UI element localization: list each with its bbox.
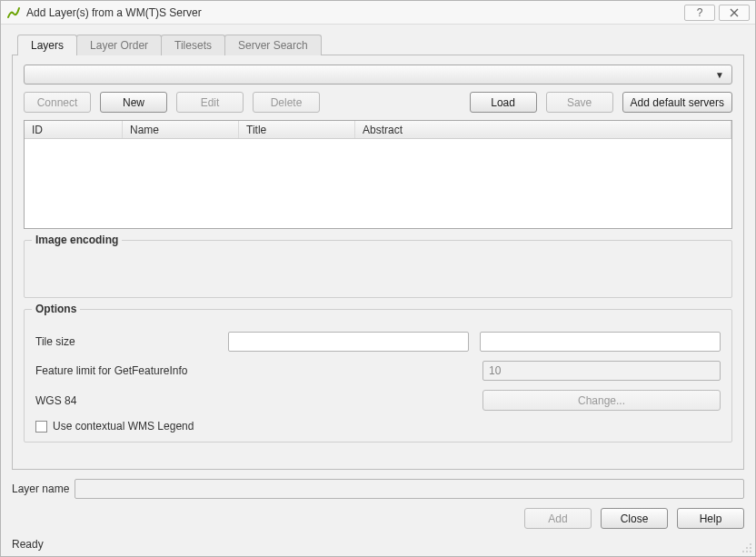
column-header-abstract[interactable]: Abstract (355, 121, 731, 138)
button-label: Connect (37, 96, 78, 109)
svg-point-3 (742, 551, 744, 552)
group-options: Options Tile size Feature limit for GetF… (24, 309, 732, 443)
feature-limit-label: Feature limit for GetFeatureInfo (35, 364, 472, 377)
add-default-servers-button[interactable]: Add default servers (622, 92, 732, 113)
column-label: ID (32, 124, 43, 136)
add-button[interactable]: Add (524, 508, 592, 529)
contextual-legend-label: Use contextual WMS Legend (53, 420, 194, 433)
layer-name-row: Layer name (12, 479, 744, 499)
group-legend: Options (32, 303, 80, 315)
new-button[interactable]: New (100, 92, 167, 113)
tab-label: Layer Order (90, 39, 148, 52)
delete-button[interactable]: Delete (253, 92, 320, 113)
button-label: Edit (201, 96, 220, 109)
help-button[interactable]: Help (677, 508, 744, 529)
option-row-feature-limit: Feature limit for GetFeatureInfo (35, 361, 721, 381)
dialog-button-row: Add Close Help (12, 508, 744, 529)
tile-size-input-2[interactable] (480, 332, 721, 352)
dialog-window: Add Layer(s) from a WM(T)S Server ? Laye… (0, 0, 756, 557)
column-label: Name (130, 124, 159, 136)
button-label: Change... (578, 394, 625, 407)
option-row-tile-size: Tile size (35, 332, 721, 352)
button-label: Load (491, 96, 515, 109)
status-text: Ready (12, 538, 744, 551)
tab-bar: Layers Layer Order Tilesets Server Searc… (17, 34, 744, 55)
chevron-down-icon: ▼ (715, 70, 724, 80)
connect-button[interactable]: Connect (24, 92, 91, 113)
resize-grip-icon[interactable] (741, 542, 752, 553)
edit-button[interactable]: Edit (176, 92, 244, 113)
svg-point-5 (750, 551, 751, 552)
connection-button-row: Connect New Edit Delete Load Save Add de… (24, 92, 732, 113)
feature-limit-input[interactable] (482, 361, 721, 381)
button-label: Close (621, 512, 649, 525)
layers-list[interactable]: ID Name Title Abstract (24, 120, 732, 229)
save-button[interactable]: Save (546, 92, 613, 113)
tab-label: Tilesets (174, 39, 212, 52)
button-label: Delete (271, 96, 303, 109)
list-header: ID Name Title Abstract (25, 121, 731, 139)
crs-label: WGS 84 (35, 394, 472, 407)
tab-server-search[interactable]: Server Search (224, 35, 322, 55)
svg-point-1 (746, 547, 748, 549)
layer-name-label: Layer name (12, 482, 69, 495)
button-label: New (123, 96, 144, 109)
app-icon (6, 5, 21, 20)
column-header-name[interactable]: Name (123, 121, 239, 138)
tab-layer-order[interactable]: Layer Order (76, 35, 162, 55)
tab-tilesets[interactable]: Tilesets (161, 35, 225, 55)
load-button[interactable]: Load (470, 92, 537, 113)
group-image-encoding: Image encoding (24, 240, 732, 298)
tab-layers[interactable]: Layers (17, 35, 77, 55)
server-dropdown[interactable]: ▼ (24, 65, 732, 85)
dialog-content: Layers Layer Order Tilesets Server Searc… (1, 25, 755, 556)
svg-point-0 (750, 543, 751, 545)
button-label: Add default servers (631, 96, 724, 109)
layer-name-input[interactable] (75, 479, 744, 499)
close-button[interactable]: Close (601, 508, 668, 529)
column-label: Abstract (363, 124, 403, 136)
tab-label: Layers (31, 39, 64, 52)
titlebar: Add Layer(s) from a WM(T)S Server ? (1, 1, 755, 25)
button-label: Save (567, 96, 592, 109)
column-header-title[interactable]: Title (239, 121, 355, 138)
list-body (25, 139, 731, 228)
button-label: Add (548, 512, 567, 525)
svg-point-2 (750, 547, 751, 549)
window-title: Add Layer(s) from a WM(T)S Server (26, 6, 681, 19)
help-titlebar-button[interactable]: ? (684, 5, 715, 21)
column-label: Title (246, 124, 266, 136)
tile-size-label: Tile size (35, 335, 217, 348)
option-row-contextual-legend: Use contextual WMS Legend (35, 420, 721, 433)
svg-point-4 (746, 551, 748, 552)
change-crs-button[interactable]: Change... (482, 390, 721, 411)
tab-page-layers: ▼ Connect New Edit Delete Load Save Add … (12, 55, 744, 470)
close-titlebar-button[interactable] (719, 5, 750, 21)
contextual-legend-checkbox[interactable] (35, 421, 47, 433)
group-legend: Image encoding (32, 234, 122, 246)
button-label: Help (700, 512, 722, 525)
column-header-id[interactable]: ID (25, 121, 123, 138)
tab-label: Server Search (238, 39, 308, 52)
tile-size-input-1[interactable] (228, 332, 469, 352)
option-row-crs: WGS 84 Change... (35, 390, 721, 411)
